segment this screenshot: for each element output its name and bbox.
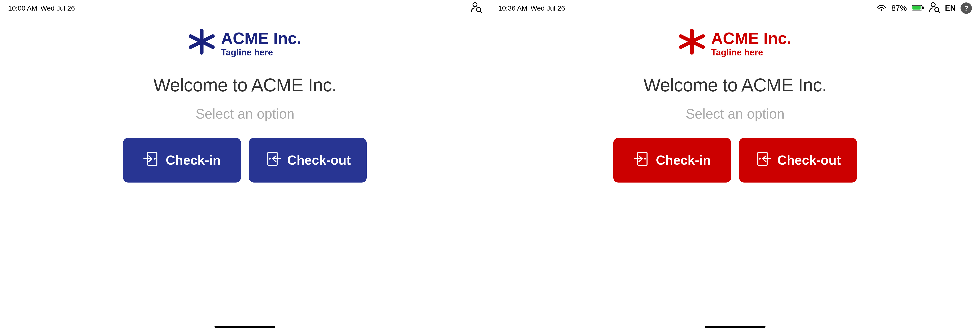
left-checkin-button[interactable]: Check-in [123, 138, 241, 182]
right-time-date: 10:36 AM Wed Jul 26 [498, 4, 565, 12]
right-help-icon[interactable]: ? [961, 2, 972, 14]
right-screen: 10:36 AM Wed Jul 26 87% [490, 0, 980, 334]
svg-point-8 [154, 158, 156, 160]
right-welcome-text: Welcome to ACME Inc. [643, 75, 827, 96]
right-checkout-icon [755, 151, 771, 170]
left-status-right [471, 2, 482, 15]
left-date: Wed Jul 26 [41, 4, 75, 12]
right-checkout-label: Check-out [777, 153, 841, 168]
right-person-icon [929, 2, 940, 15]
svg-line-2 [480, 11, 482, 13]
left-screen: 10:00 AM Wed Jul 26 [0, 0, 490, 334]
left-welcome-text: Welcome to ACME Inc. [153, 75, 337, 96]
right-status-bar: 10:36 AM Wed Jul 26 87% [490, 0, 980, 16]
right-status-right: 87% EN [876, 2, 972, 15]
left-status-bar: 10:00 AM Wed Jul 26 [0, 0, 490, 16]
svg-point-11 [269, 158, 270, 160]
svg-line-18 [938, 11, 940, 13]
left-logo: ACME Inc. Tagline here [188, 29, 301, 59]
svg-rect-14 [912, 6, 921, 10]
left-checkout-button[interactable]: Check-out [249, 138, 367, 182]
right-company-name: ACME Inc. [711, 29, 792, 47]
right-time: 10:36 AM [498, 4, 528, 12]
right-date: Wed Jul 26 [531, 4, 565, 12]
right-logo: ACME Inc. Tagline here [679, 29, 792, 59]
left-home-indicator [215, 326, 275, 328]
left-select-option: Select an option [196, 106, 294, 121]
right-checkout-button[interactable]: Check-out [739, 138, 857, 182]
svg-point-12 [881, 10, 882, 11]
left-checkout-label: Check-out [287, 153, 351, 168]
left-checkout-icon [265, 151, 281, 170]
right-tagline: Tagline here [711, 47, 792, 58]
svg-point-27 [759, 158, 760, 160]
left-logo-text: ACME Inc. Tagline here [221, 29, 301, 58]
right-buttons-row: Check-in Check-out [613, 138, 857, 182]
svg-rect-15 [922, 6, 924, 9]
svg-point-24 [644, 158, 646, 160]
right-lang-label[interactable]: EN [945, 4, 956, 13]
left-tagline: Tagline here [221, 47, 301, 58]
left-company-name: ACME Inc. [221, 29, 301, 47]
right-battery-text: 87% [891, 4, 907, 13]
left-person-icon [471, 2, 482, 15]
svg-point-16 [931, 3, 935, 7]
right-battery-icon [912, 4, 924, 12]
right-checkin-icon [634, 151, 650, 170]
battery-percent: 87% [891, 4, 907, 13]
svg-point-0 [473, 3, 477, 7]
right-checkin-button[interactable]: Check-in [613, 138, 731, 182]
right-asterisk-icon [679, 29, 705, 59]
left-time: 10:00 AM [8, 4, 37, 12]
right-signal-icon [876, 3, 886, 13]
left-time-date: 10:00 AM Wed Jul 26 [8, 4, 75, 12]
right-logo-text: ACME Inc. Tagline here [711, 29, 792, 58]
right-checkin-label: Check-in [656, 153, 711, 168]
left-checkin-icon [143, 151, 160, 170]
left-buttons-row: Check-in Check-out [123, 138, 367, 182]
right-home-indicator [705, 326, 765, 328]
left-asterisk-icon [188, 29, 215, 59]
right-select-option: Select an option [686, 106, 784, 121]
left-checkin-label: Check-in [166, 153, 221, 168]
